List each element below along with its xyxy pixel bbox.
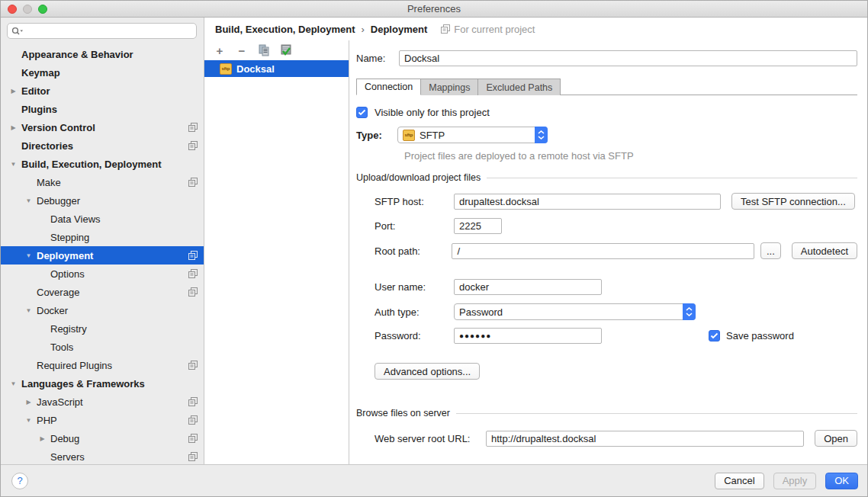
chevron-right-icon[interactable]: ▶ <box>37 435 47 442</box>
sidebar-item-label: Debug <box>47 433 79 444</box>
sidebar-item-javascript[interactable]: ▶JavaScript <box>1 393 204 411</box>
search-caret-icon <box>21 30 24 31</box>
sidebar-item-php[interactable]: ▼PHP <box>1 411 204 429</box>
sidebar-item-label: Build, Execution, Deployment <box>18 159 161 170</box>
web-server-root-url-input[interactable] <box>486 431 804 447</box>
chevron-down-icon[interactable]: ▼ <box>8 161 18 168</box>
tab-connection[interactable]: Connection <box>356 79 421 95</box>
dropdown-stepper-icon <box>683 303 696 320</box>
per-project-icon <box>188 415 198 425</box>
chevron-down-icon[interactable]: ▼ <box>24 417 34 424</box>
sidebar-item-label: Required Plugins <box>34 360 112 371</box>
browse-group-title: Browse files on server <box>356 408 450 418</box>
tab-mappings[interactable]: Mappings <box>421 79 478 95</box>
sidebar-item-docker[interactable]: ▼Docker <box>1 301 204 319</box>
settings-sidebar: Appearance & BehaviorKeymap▶EditorPlugin… <box>1 18 204 464</box>
sidebar-item-debug[interactable]: ▶Debug <box>1 429 204 447</box>
sidebar-item-build-execution-deployment[interactable]: ▼Build, Execution, Deployment <box>1 155 204 173</box>
close-window-icon[interactable] <box>8 5 17 14</box>
sidebar-item-tools[interactable]: Tools <box>1 338 204 356</box>
sidebar-item-label: Tools <box>47 341 73 353</box>
test-sftp-connection-button[interactable]: Test SFTP connection... <box>731 193 855 210</box>
breadcrumb-separator: › <box>361 24 364 35</box>
ok-button[interactable]: OK <box>825 473 858 489</box>
server-item-docksal[interactable]: sftpDocksal <box>204 60 349 77</box>
open-url-button[interactable]: Open <box>815 430 857 447</box>
sidebar-item-registry[interactable]: Registry <box>1 319 204 338</box>
search-input[interactable] <box>24 26 192 37</box>
cancel-button[interactable]: Cancel <box>715 473 764 489</box>
breadcrumb: Build, Execution, Deployment › Deploymen… <box>204 18 867 40</box>
breadcrumb-segment[interactable]: Build, Execution, Deployment <box>215 24 355 35</box>
name-input[interactable] <box>399 50 857 66</box>
chevron-down-icon[interactable]: ▼ <box>24 307 34 314</box>
deployment-form: Name: Connection Mappings Excluded Paths… <box>349 40 867 464</box>
chevron-right-icon[interactable]: ▶ <box>24 399 34 406</box>
sidebar-item-appearance-behavior[interactable]: Appearance & Behavior <box>1 45 204 63</box>
search-box[interactable] <box>7 23 197 39</box>
upload-group-title: Upload/download project files <box>356 172 481 183</box>
chevron-down-icon[interactable]: ▼ <box>8 380 18 387</box>
port-input[interactable] <box>454 218 502 234</box>
sidebar-item-label: Version Control <box>18 122 95 133</box>
per-project-icon <box>188 452 198 461</box>
remove-server-button[interactable]: − <box>236 44 248 56</box>
help-button[interactable]: ? <box>11 473 28 489</box>
per-project-icon <box>188 141 198 150</box>
user-name-input[interactable] <box>454 279 602 295</box>
sidebar-item-label: Directories <box>18 140 73 152</box>
server-item-label: Docksal <box>236 63 275 75</box>
scope-label: For current project <box>454 24 535 35</box>
auth-type-dropdown[interactable]: Password <box>454 303 696 320</box>
chevron-down-icon[interactable]: ▼ <box>24 252 34 259</box>
per-project-icon <box>188 397 198 406</box>
advanced-options-button[interactable]: Advanced options... <box>375 363 480 380</box>
add-server-button[interactable]: + <box>214 44 226 56</box>
sidebar-item-languages-frameworks[interactable]: ▼Languages & Frameworks <box>1 374 204 393</box>
chevron-down-icon[interactable]: ▼ <box>24 197 34 204</box>
sidebar-item-label: Data Views <box>47 213 101 225</box>
visible-only-checkbox[interactable] <box>356 107 368 118</box>
browse-root-path-button[interactable]: ... <box>760 242 781 259</box>
tab-excluded-paths[interactable]: Excluded Paths <box>478 79 561 95</box>
sidebar-item-label: Plugins <box>18 104 57 115</box>
title-bar: Preferences <box>1 1 867 18</box>
sidebar-item-required-plugins[interactable]: Required Plugins <box>1 356 204 374</box>
per-project-icon <box>188 434 198 443</box>
per-project-icon <box>188 361 198 370</box>
chevron-right-icon[interactable]: ▶ <box>8 124 18 131</box>
type-label: Type: <box>356 130 397 141</box>
search-icon <box>11 27 24 36</box>
help-icon: ? <box>17 475 22 486</box>
auth-type-value: Password <box>459 306 503 318</box>
sidebar-item-editor[interactable]: ▶Editor <box>1 82 204 100</box>
per-project-icon <box>188 287 198 297</box>
zoom-window-icon[interactable] <box>38 5 47 14</box>
sidebar-item-keymap[interactable]: Keymap <box>1 63 204 82</box>
sftp-host-input[interactable] <box>454 194 721 210</box>
sftp-host-label: SFTP host: <box>375 196 454 207</box>
preferences-window: Preferences Appearance & BehaviorKeymap▶… <box>0 0 868 497</box>
sidebar-item-version-control[interactable]: ▶Version Control <box>1 118 204 136</box>
save-password-checkbox[interactable] <box>709 330 720 341</box>
password-input[interactable] <box>454 328 602 344</box>
copy-server-button[interactable] <box>258 44 270 56</box>
sidebar-item-plugins[interactable]: Plugins <box>1 100 204 118</box>
sidebar-item-coverage[interactable]: Coverage <box>1 283 204 301</box>
sidebar-item-deployment[interactable]: ▼Deployment <box>1 246 204 265</box>
sidebar-item-servers[interactable]: Servers <box>1 447 204 464</box>
sidebar-item-directories[interactable]: Directories <box>1 136 204 155</box>
root-path-input[interactable] <box>452 243 754 259</box>
sidebar-item-data-views[interactable]: Data Views <box>1 210 204 228</box>
chevron-right-icon[interactable]: ▶ <box>8 88 18 95</box>
type-dropdown[interactable]: sftp SFTP <box>397 127 548 143</box>
use-as-default-button[interactable] <box>280 44 292 56</box>
sidebar-item-stepping[interactable]: Stepping <box>1 228 204 246</box>
sidebar-item-options[interactable]: Options <box>1 265 204 283</box>
sidebar-item-debugger[interactable]: ▼Debugger <box>1 191 204 210</box>
autodetect-button[interactable]: Autodetect <box>792 242 857 259</box>
sidebar-item-make[interactable]: Make <box>1 173 204 191</box>
web-server-root-url-label: Web server root URL: <box>375 433 486 444</box>
per-project-icon <box>441 24 450 34</box>
sftp-file-icon: sftp <box>220 63 232 75</box>
